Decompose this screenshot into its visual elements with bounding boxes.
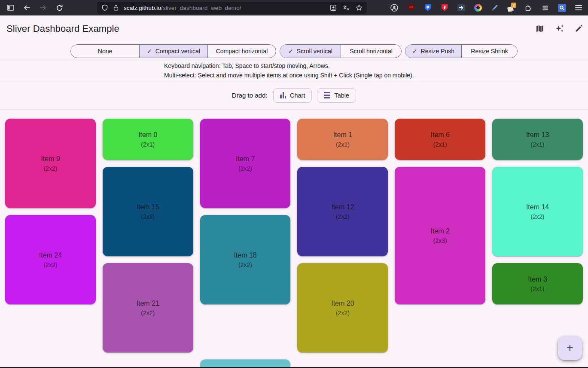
grid-item-size: (2x2) bbox=[531, 213, 545, 220]
grid-item-title: Item 15 bbox=[137, 203, 159, 211]
grid-item-title: Item 1 bbox=[333, 131, 352, 139]
red-shield-extension-icon[interactable] bbox=[440, 3, 449, 12]
toggle-group-compact: None✓Compact verticalCompact horizontal bbox=[70, 44, 276, 58]
grid-item-partial[interactable] bbox=[200, 359, 291, 368]
add-item-fab[interactable]: + bbox=[558, 336, 582, 360]
ublock-extension-icon[interactable]: uO bbox=[407, 3, 415, 12]
bitwarden-extension-icon[interactable] bbox=[423, 3, 432, 12]
page-title: Sliver Dashboard Example bbox=[6, 23, 119, 34]
add-chart-label: Chart bbox=[290, 92, 305, 99]
grid-item-item-1[interactable]: Item 1(2x1) bbox=[297, 119, 388, 160]
grid-item-size: (2x2) bbox=[43, 261, 57, 268]
check-icon: ✓ bbox=[147, 48, 152, 54]
grid-item-item-6[interactable]: Item 6(2x1) bbox=[395, 119, 485, 160]
svg-text:A: A bbox=[347, 7, 350, 11]
badged-extension-icon[interactable]: 2 bbox=[507, 3, 516, 12]
grid-item-title: Item 13 bbox=[526, 131, 549, 139]
edit-pencil-icon[interactable] bbox=[573, 23, 584, 34]
segment-compact-horizontal[interactable]: Compact horizontal bbox=[207, 45, 276, 58]
grid-item-title: Item 24 bbox=[39, 251, 62, 259]
grid-item-title: Item 14 bbox=[526, 203, 549, 211]
grid-item-item-3[interactable]: Item 3(2x1) bbox=[492, 263, 583, 304]
grid-item-title: Item 18 bbox=[234, 251, 256, 259]
grid-item-item-9[interactable]: Item 9(2x2) bbox=[5, 119, 96, 208]
extensions-puzzle-icon[interactable] bbox=[524, 3, 533, 12]
segment-label: Resize Push bbox=[421, 48, 455, 55]
grid-item-item-12[interactable]: Item 12(2x2) bbox=[297, 167, 388, 256]
toggle-group-resize: ✓Resize PushResize Shrink bbox=[405, 44, 518, 58]
url-text: scalz.github.io/sliver_dashboard_web_dem… bbox=[124, 5, 241, 11]
grid-item-title: Item 20 bbox=[331, 300, 354, 307]
back-icon[interactable] bbox=[21, 3, 32, 13]
segment-label: Scroll horizontal bbox=[350, 48, 393, 55]
forward-flag-extension-icon[interactable] bbox=[457, 3, 466, 12]
menu-icon[interactable] bbox=[574, 3, 583, 12]
map-icon[interactable] bbox=[534, 23, 545, 34]
grid-item-item-0[interactable]: Item 0(2x1) bbox=[103, 119, 193, 160]
segment-label: None bbox=[98, 48, 112, 55]
grid-item-title: Item 7 bbox=[236, 155, 255, 163]
reload-icon[interactable] bbox=[54, 3, 64, 13]
translate-icon[interactable]: A bbox=[343, 4, 350, 11]
segment-scroll-vertical[interactable]: ✓Scroll vertical bbox=[280, 45, 341, 58]
grid-item-size: (2x1) bbox=[433, 141, 447, 148]
grid-item-size: (2x1) bbox=[531, 285, 545, 292]
segment-scroll-horizontal[interactable]: Scroll horizontal bbox=[341, 45, 401, 58]
browser-toolbar: scalz.github.io/sliver_dashboard_web_dem… bbox=[0, 0, 588, 15]
drag-to-add-label: Drag to add: bbox=[232, 92, 268, 99]
grid-item-size: (2x1) bbox=[531, 141, 545, 148]
toggle-row: None✓Compact verticalCompact horizontal✓… bbox=[0, 42, 588, 61]
table-rows-icon bbox=[324, 92, 330, 98]
grid-item-item-13[interactable]: Item 13(2x1) bbox=[492, 119, 583, 160]
help-line-multiselect: Multi-select: Select and move multiple i… bbox=[164, 71, 588, 80]
grid-item-size: (2x1) bbox=[336, 141, 350, 148]
grid-item-item-21[interactable]: Item 21(2x2) bbox=[103, 263, 193, 353]
add-chart-button[interactable]: Chart bbox=[273, 88, 312, 103]
auto-awesome-icon[interactable] bbox=[554, 23, 565, 34]
search-extension-icon[interactable] bbox=[558, 3, 566, 12]
bar-chart-icon bbox=[280, 92, 286, 98]
grid-item-title: Item 0 bbox=[138, 131, 157, 139]
url-bar[interactable]: scalz.github.io/sliver_dashboard_web_dem… bbox=[97, 2, 367, 14]
grid-item-item-14[interactable]: Item 14(2x2) bbox=[492, 167, 583, 256]
sidebar-toggle-icon[interactable] bbox=[5, 3, 15, 13]
help-text: Keyboard navigation: Tab, Space to start… bbox=[0, 61, 588, 81]
grid-item-item-20[interactable]: Item 20(2x2) bbox=[297, 263, 388, 353]
grid-item-size: (2x2) bbox=[141, 213, 155, 220]
plus-icon: + bbox=[567, 342, 573, 354]
grid-item-item-7[interactable]: Item 7(2x2) bbox=[200, 119, 291, 208]
grid-item-title: Item 21 bbox=[137, 300, 159, 307]
grid-item-item-18[interactable]: Item 18(2x2) bbox=[200, 215, 291, 304]
segment-resize-push[interactable]: ✓Resize Push bbox=[405, 45, 461, 58]
add-table-label: Table bbox=[334, 92, 349, 99]
grid-item-size: (2x2) bbox=[238, 165, 252, 172]
url-host: scalz.github.io bbox=[124, 5, 161, 11]
grid-item-size: (2x2) bbox=[141, 310, 155, 316]
grid-item-title: Item 3 bbox=[528, 276, 547, 283]
segment-label: Compact vertical bbox=[155, 48, 200, 55]
add-table-button[interactable]: Table bbox=[317, 88, 356, 103]
grid-item-size: (2x3) bbox=[433, 237, 447, 244]
lock-icon[interactable] bbox=[113, 4, 119, 11]
grid-item-item-2[interactable]: Item 2(2x3) bbox=[395, 167, 485, 304]
forward-icon[interactable] bbox=[38, 3, 48, 13]
save-page-icon[interactable] bbox=[330, 4, 337, 11]
lines-slash-extension-icon[interactable] bbox=[541, 3, 549, 12]
grid-item-item-24[interactable]: Item 24(2x2) bbox=[5, 215, 96, 304]
toggle-group-scroll: ✓Scroll verticalScroll horizontal bbox=[280, 44, 402, 58]
shield-permissions-icon[interactable] bbox=[101, 4, 108, 11]
account-icon[interactable] bbox=[390, 3, 399, 12]
segment-resize-shrink[interactable]: Resize Shrink bbox=[461, 45, 517, 58]
grid-item-title: Item 6 bbox=[431, 131, 450, 139]
bookmark-star-icon[interactable] bbox=[356, 4, 363, 11]
segment-none[interactable]: None bbox=[71, 45, 139, 58]
drag-to-add-row: Drag to add: Chart Table bbox=[0, 81, 588, 110]
grid-item-item-15[interactable]: Item 15(2x2) bbox=[103, 167, 193, 256]
extension-badge: 2 bbox=[511, 3, 516, 8]
segment-compact-vertical[interactable]: ✓Compact vertical bbox=[139, 45, 207, 58]
camera-extension-icon[interactable] bbox=[474, 3, 482, 12]
eyedropper-extension-icon[interactable] bbox=[491, 3, 499, 12]
segment-label: Compact horizontal bbox=[216, 48, 268, 55]
grid-item-size: (2x2) bbox=[238, 261, 252, 268]
help-line-keyboard: Keyboard navigation: Tab, Space to start… bbox=[164, 61, 588, 71]
